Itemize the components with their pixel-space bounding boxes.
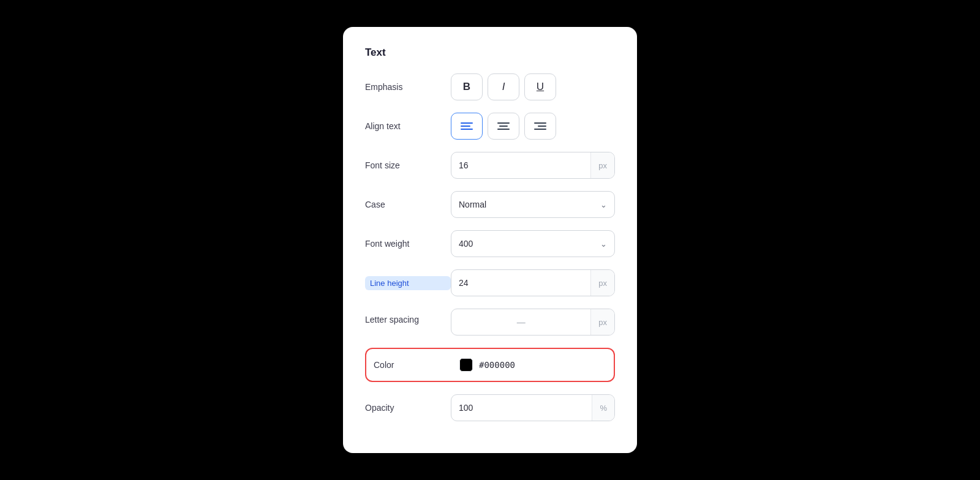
color-row-highlighted: Color #000000 — [365, 348, 615, 382]
chevron-down-icon: ⌄ — [600, 200, 607, 209]
line-height-unit: px — [590, 270, 614, 296]
font-weight-label: Font weight — [365, 239, 451, 249]
font-size-row: Font size px — [365, 152, 615, 179]
align-left-icon — [461, 122, 473, 130]
align-right-button[interactable] — [524, 113, 556, 140]
color-swatch[interactable] — [459, 358, 473, 372]
align-text-row: Align text — [365, 113, 615, 140]
case-label: Case — [365, 200, 451, 209]
italic-button[interactable]: I — [488, 73, 519, 100]
color-row: Color #000000 — [374, 354, 606, 376]
font-weight-row: Font weight 400 ⌄ — [365, 230, 615, 257]
italic-icon: I — [502, 81, 505, 93]
font-size-controls: px — [451, 152, 615, 179]
case-value: Normal — [459, 200, 486, 209]
line-height-row: Line height px — [365, 269, 615, 296]
align-center-button[interactable] — [488, 113, 519, 140]
opacity-input[interactable] — [451, 403, 592, 413]
bold-button[interactable]: B — [451, 73, 483, 100]
bold-icon: B — [463, 81, 470, 93]
align-center-icon — [497, 122, 510, 130]
font-size-unit: px — [590, 152, 614, 178]
color-label: Color — [374, 360, 459, 370]
line-height-input[interactable] — [451, 278, 590, 288]
case-controls: Normal ⌄ — [451, 191, 615, 218]
panel-title: Text — [365, 47, 615, 59]
opacity-row: Opacity % — [365, 394, 615, 421]
underline-icon: U — [537, 81, 544, 93]
opacity-controls: % — [451, 394, 615, 421]
chevron-down-icon-2: ⌄ — [600, 239, 607, 249]
font-size-input-wrapper: px — [451, 152, 615, 179]
underline-button[interactable]: U — [524, 73, 556, 100]
letter-spacing-unit: px — [590, 309, 614, 335]
font-weight-controls: 400 ⌄ — [451, 230, 615, 257]
align-text-label: Align text — [365, 121, 451, 131]
line-height-controls: px — [451, 269, 615, 296]
line-height-label: Line height — [365, 276, 451, 290]
align-right-icon — [534, 122, 546, 130]
font-size-label: Font size — [365, 160, 451, 170]
font-weight-select[interactable]: 400 ⌄ — [451, 230, 615, 257]
case-select[interactable]: Normal ⌄ — [451, 191, 615, 218]
emphasis-row: Emphasis B I U — [365, 73, 615, 100]
text-properties-panel: Text Emphasis B I U Align text — [343, 27, 637, 453]
color-input-area[interactable]: #000000 — [459, 358, 606, 372]
opacity-input-wrapper: % — [451, 394, 615, 421]
letter-spacing-input-wrapper: px — [451, 309, 615, 336]
font-weight-value: 400 — [459, 239, 473, 249]
align-text-controls — [451, 113, 615, 140]
font-size-input[interactable] — [451, 160, 590, 170]
color-value: #000000 — [479, 360, 515, 370]
opacity-unit: % — [592, 395, 614, 421]
letter-spacing-row: Letter spacing px — [365, 309, 615, 336]
letter-spacing-label: Letter spacing — [365, 309, 451, 324]
align-left-button[interactable] — [451, 113, 483, 140]
opacity-label: Opacity — [365, 403, 451, 413]
letter-spacing-input[interactable] — [451, 317, 590, 327]
letter-spacing-controls: px — [451, 309, 615, 336]
line-height-input-wrapper: px — [451, 269, 615, 296]
case-row: Case Normal ⌄ — [365, 191, 615, 218]
emphasis-controls: B I U — [451, 73, 615, 100]
emphasis-label: Emphasis — [365, 82, 451, 92]
